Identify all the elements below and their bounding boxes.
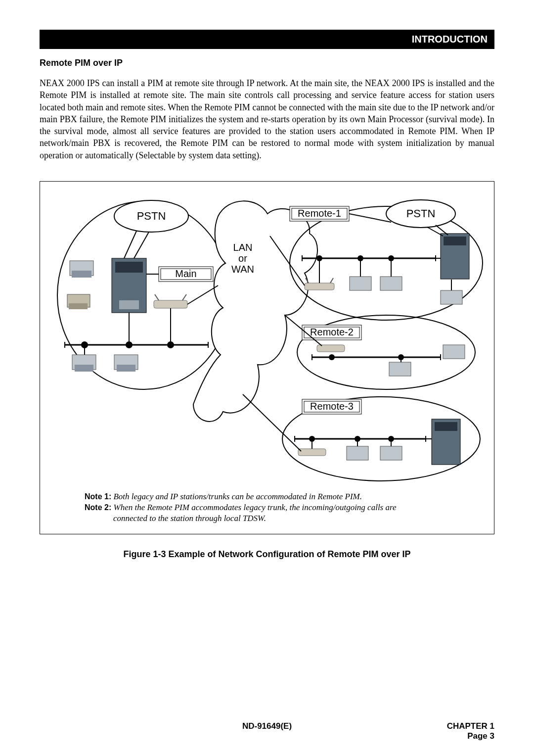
router-icon xyxy=(154,294,187,308)
note-1-label: Note 1: xyxy=(85,492,111,501)
router-icon xyxy=(298,449,326,456)
svg-point-44 xyxy=(357,255,363,261)
svg-rect-57 xyxy=(389,362,411,376)
header-bar: INTRODUCTION xyxy=(40,30,494,49)
svg-rect-72 xyxy=(380,446,402,460)
figure-box: PSTN Main xyxy=(40,181,494,534)
phone-icon xyxy=(443,345,465,359)
cloud-icon xyxy=(193,201,317,422)
pstn-left-label: PSTN xyxy=(137,210,166,222)
svg-rect-74 xyxy=(435,422,457,431)
figure-caption: Figure 1-3 Example of Network Configurat… xyxy=(40,549,494,560)
phone-icon xyxy=(441,290,462,304)
remote2-label: Remote-2 xyxy=(310,327,354,337)
phone-icon xyxy=(67,294,90,309)
svg-rect-45 xyxy=(380,277,402,290)
or-label: or xyxy=(238,253,247,264)
phone-icon xyxy=(70,261,93,278)
router-icon xyxy=(317,345,345,352)
svg-point-19 xyxy=(167,341,174,348)
svg-rect-7 xyxy=(72,271,91,278)
network-diagram: PSTN Main xyxy=(45,187,489,488)
note-2-cont: connected to the station through local T… xyxy=(85,513,469,524)
svg-rect-42 xyxy=(350,277,371,290)
svg-rect-27 xyxy=(444,236,466,245)
svg-rect-47 xyxy=(441,290,462,304)
note-2: Note 2: When the Remote PIM accommodates… xyxy=(85,502,469,513)
svg-rect-9 xyxy=(69,303,88,309)
footer-page: Page 3 xyxy=(447,731,494,741)
phone-icon xyxy=(389,362,411,376)
svg-line-28 xyxy=(349,214,391,222)
figure-notes: Note 1: Both legacy and IP stations/trun… xyxy=(45,488,489,529)
phone-icon xyxy=(114,355,138,372)
phone-icon xyxy=(347,446,368,460)
note-1-body: Both legacy and IP stations/trunks can b… xyxy=(113,492,362,501)
svg-line-0 xyxy=(124,231,136,258)
svg-line-16 xyxy=(155,294,159,300)
pstn-right-label: PSTN xyxy=(406,207,436,220)
svg-line-29 xyxy=(427,227,443,236)
phone-icon xyxy=(380,446,402,460)
section-title: Remote PIM over IP xyxy=(40,58,494,68)
note-2-body-a: When the Remote PIM accommodates legacy … xyxy=(113,503,396,512)
svg-line-68 xyxy=(243,394,301,451)
svg-rect-15 xyxy=(154,300,187,308)
svg-rect-24 xyxy=(117,365,135,372)
note-2-label: Note 2: xyxy=(85,503,111,512)
svg-rect-2 xyxy=(115,262,143,273)
svg-rect-66 xyxy=(298,449,326,456)
footer: ND-91649(E) CHAPTER 1 Page 3 xyxy=(40,721,494,731)
wan-label: WAN xyxy=(231,264,254,275)
phone-icon xyxy=(72,355,96,372)
remote3-label: Remote-3 xyxy=(310,401,354,412)
main-label: Main xyxy=(175,268,196,279)
phone-icon xyxy=(350,277,371,290)
footer-chapter: CHAPTER 1 xyxy=(447,721,494,731)
page: INTRODUCTION Remote PIM over IP NEAX 200… xyxy=(0,0,534,756)
remote1-label: Remote-1 xyxy=(298,208,341,219)
phone-icon xyxy=(380,277,402,290)
svg-rect-59 xyxy=(443,345,465,359)
note-1: Note 1: Both legacy and IP stations/trun… xyxy=(85,491,469,502)
svg-line-39 xyxy=(330,278,333,283)
section-body: NEAX 2000 IPS can install a PIM at remot… xyxy=(40,77,494,161)
svg-point-53 xyxy=(329,354,335,360)
svg-rect-69 xyxy=(347,446,368,460)
svg-rect-55 xyxy=(317,345,345,352)
svg-line-1 xyxy=(134,232,149,258)
svg-rect-3 xyxy=(119,300,139,309)
breadcrumb: INTRODUCTION xyxy=(412,34,488,45)
svg-point-71 xyxy=(355,436,360,442)
note-2-body-b: connected to the station through local T… xyxy=(113,514,266,523)
footer-doc-id: ND-91649(E) xyxy=(40,721,494,731)
svg-rect-21 xyxy=(75,365,93,372)
svg-rect-37 xyxy=(305,283,334,290)
svg-line-25 xyxy=(187,285,218,304)
lan-label: LAN xyxy=(233,242,253,253)
svg-line-17 xyxy=(182,294,186,300)
